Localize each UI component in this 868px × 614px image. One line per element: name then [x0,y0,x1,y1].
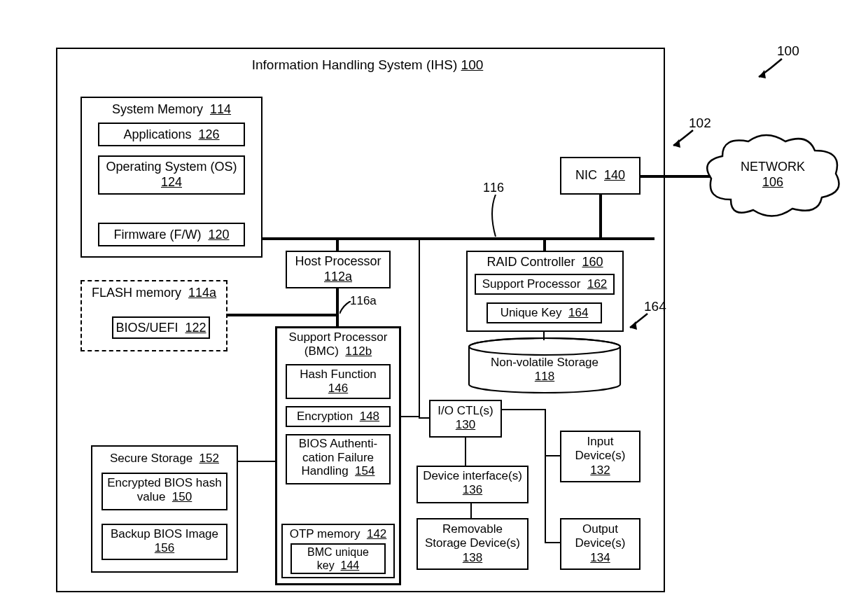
fw-label: Firmware (F/W) 120 [98,228,245,243]
conn-to-input [545,455,561,456]
leader-116a [340,301,352,315]
ioctl-label: I/O CTL(s)130 [429,404,502,433]
conn-secure-bmc [238,461,276,462]
conn-ioctl-right1 [502,409,545,410]
devif-label: Device interface(s)136 [416,469,528,498]
arrow-100 [750,57,785,85]
os-label: Operating System (OS)124 [98,160,245,190]
conn-116a-h [227,314,337,316]
conn-raid-bus [543,239,546,251]
bmc-title: Support Processor (BMC) 112b [279,330,398,359]
nvs-label: Non-volatile Storage118 [468,356,622,384]
conn-host-bmc [336,288,339,327]
system-memory-title: System Memory 114 [88,102,255,118]
conn-ioctl-vert [545,409,546,543]
conn-dev-remov [470,503,472,519]
network-label: NETWORK106 [710,160,836,190]
encryption-label: Encryption 148 [286,410,391,424]
conn-to-output [545,542,561,543]
host-processor-label: Host Processor112a [286,254,391,284]
bus-116 [262,237,654,240]
conn-to-ioctl [419,417,430,419]
conn-ioctl-dev [465,438,466,467]
input-label: InputDevice(s)132 [560,435,640,477]
otp-label: OTP memory 142 [281,527,395,541]
conn-host-tap [336,239,339,251]
output-label: OutputDevice(s)134 [560,522,640,565]
ref-116: 116 [483,181,504,196]
hash-fn-label: Hash Function146 [286,368,391,396]
conn-nic-bus [599,195,602,239]
arrow-102 [665,129,696,153]
bafh-label: BIOS Authenti-cation FailureHandling 154 [286,437,391,478]
secure-title: Secure Storage 152 [94,452,234,466]
raid-title: RAID Controller 160 [466,255,624,270]
ihs-title: Information Handling System (IHS) 100 [245,57,490,74]
enc-hash-label: Encrypted BIOS hash value 150 [102,476,227,505]
ref-116a: 116a [350,294,377,308]
arrow-164 [623,312,651,335]
leader-116 [489,195,503,238]
conn-nic-network [640,175,710,178]
nic-label: NIC 140 [560,168,640,183]
applications-label: Applications 126 [98,127,245,143]
backup-bios-label: Backup BIOS Image156 [102,527,227,556]
remov-label: RemovableStorage Device(s)138 [416,522,528,565]
flash-title: FLASH memory 114a [84,286,224,301]
conn-enc-tap [401,416,419,417]
conn-raid-nvs [543,332,545,340]
raid-key-label: Unique Key 164 [486,306,602,320]
conn-center-drop [419,239,420,419]
bmc-key-label: BMC unique key 144 [290,545,386,572]
bios-uefi-label: BIOS/UEFI 122 [112,321,210,336]
raid-sp-label: Support Processor 162 [475,277,615,291]
